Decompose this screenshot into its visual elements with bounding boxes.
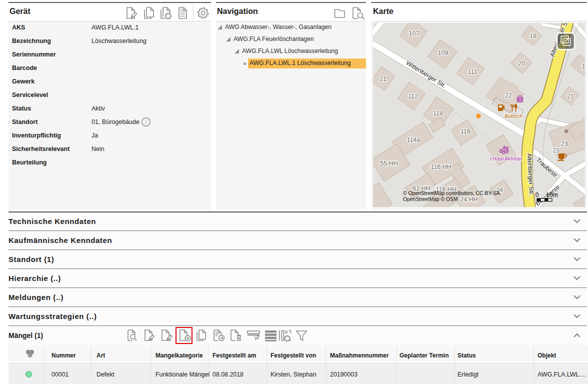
svg-text:21: 21 [380, 76, 386, 82]
svg-text:107: 107 [409, 30, 420, 37]
svg-text:18: 18 [530, 32, 536, 40]
svg-text:55 HH: 55 HH [380, 160, 398, 167]
svg-text:1: 1 [582, 63, 585, 70]
svg-text:21: 21 [567, 93, 574, 100]
svg-text:cHaarAktHair: cHaarAktHair [490, 156, 522, 162]
svg-text:Astloch: Astloch [504, 113, 522, 119]
svg-text:24 HH: 24 HH [460, 196, 478, 203]
svg-text:i: i [145, 119, 146, 125]
svg-text:23: 23 [561, 140, 568, 148]
svg-text:22: 22 [505, 92, 512, 99]
svg-text:116 HH: 116 HH [430, 164, 451, 170]
svg-text:© OpenStreetMap contributors,: © OpenStreetMap contributors, CC-BY-SA [403, 190, 500, 196]
svg-text:111: 111 [468, 68, 477, 76]
svg-text:OpenStreetMap © OSM: OpenStreetMap © OSM [403, 196, 458, 202]
svg-text:114: 114 [433, 110, 443, 117]
svg-text:116: 116 [460, 128, 470, 135]
svg-text:0: 0 [536, 192, 539, 198]
svg-text:10m: 10m [546, 192, 558, 198]
svg-text:20: 20 [518, 60, 525, 67]
svg-text:109: 109 [438, 50, 448, 56]
svg-text:112: 112 [408, 93, 418, 100]
svg-text:23: 23 [552, 147, 560, 154]
svg-text:114a: 114a [407, 136, 420, 144]
